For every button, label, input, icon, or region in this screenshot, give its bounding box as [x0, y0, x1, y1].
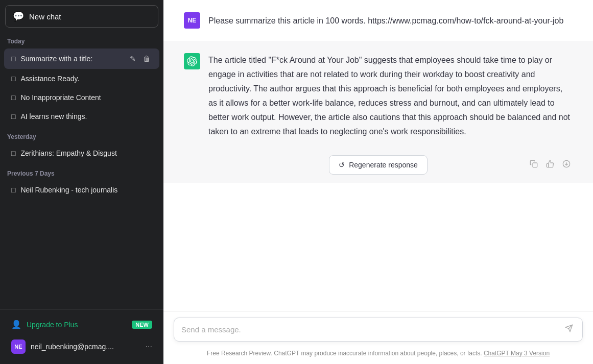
sidebar-item-label: AI learns new things.	[20, 112, 152, 120]
chat-bubble-icon-2: □	[11, 75, 15, 83]
sidebar-bottom: 👤 Upgrade to Plus NEW NE neil_rubenking@…	[0, 309, 163, 364]
new-badge: NEW	[132, 321, 152, 329]
sidebar-item-neil[interactable]: □ Neil Rubenking - tech journalis	[4, 181, 159, 199]
footer-text: Free Research Preview. ChatGPT may produ…	[207, 350, 482, 357]
ai-message: The article titled "F*ck Around at Your …	[163, 41, 593, 151]
sidebar-section-today: Today □ Summarize with a title: ✎ 🗑 □ As…	[0, 31, 163, 126]
sidebar-item-label: Neil Rubenking - tech journalis	[20, 186, 152, 194]
regenerate-label: Regenerate response	[349, 161, 418, 169]
sidebar-item-label: Assistance Ready.	[20, 75, 152, 83]
sidebar-item-label: Summarize with a title:	[20, 55, 123, 63]
user-message: NE Please summarize this article in 100 …	[163, 0, 593, 41]
chat-bubble-icon: □	[11, 55, 15, 63]
sidebar-item-assistance[interactable]: □ Assistance Ready.	[4, 69, 159, 88]
message-actions	[528, 158, 573, 172]
today-label: Today	[0, 31, 163, 48]
delete-chat-button[interactable]: 🗑	[141, 54, 152, 64]
send-button[interactable]	[563, 323, 575, 336]
item-actions: ✎ 🗑	[128, 54, 152, 64]
sidebar-item-ai-learns[interactable]: □ AI learns new things.	[4, 107, 159, 126]
regenerate-button[interactable]: ↺ Regenerate response	[329, 155, 428, 175]
new-chat-label: New chat	[29, 12, 61, 21]
chat-messages: NE Please summarize this article in 100 …	[163, 0, 593, 311]
avatar: NE	[11, 339, 26, 354]
sidebar-item-label: Zerithians: Empathy & Disgust	[20, 149, 152, 157]
input-box	[174, 318, 583, 342]
ai-message-content: The article titled "F*ck Around at Your …	[208, 53, 573, 139]
new-chat-button[interactable]: 💬 New chat	[5, 5, 158, 28]
svg-rect-0	[533, 163, 537, 167]
footer: Free Research Preview. ChatGPT may produ…	[163, 345, 593, 364]
thumbsup-button[interactable]	[544, 158, 556, 172]
plus-icon: 💬	[13, 11, 24, 22]
user-row[interactable]: NE neil_rubenking@pcmag.... ···	[4, 334, 159, 359]
person-icon: 👤	[11, 320, 21, 329]
main-content: NE Please summarize this article in 100 …	[163, 0, 593, 364]
chat-bubble-icon-3: □	[11, 93, 15, 102]
footer-link[interactable]: ChatGPT May 3 Version	[484, 350, 550, 357]
sidebar-item-no-inappropriate[interactable]: □ No Inappropriate Content	[4, 88, 159, 107]
message-input[interactable]	[181, 325, 558, 334]
user-email: neil_rubenking@pcmag....	[31, 343, 140, 351]
sidebar-section-yesterday: Yesterday □ Zerithians: Empathy & Disgus…	[0, 126, 163, 163]
sidebar-item-summarize[interactable]: □ Summarize with a title: ✎ 🗑	[4, 48, 159, 69]
chat-bubble-icon-4: □	[11, 112, 15, 120]
yesterday-label: Yesterday	[0, 126, 163, 143]
input-area	[163, 311, 593, 345]
previous7-label: Previous 7 Days	[0, 163, 163, 180]
regen-icon: ↺	[339, 161, 345, 169]
sidebar-item-label: No Inappropriate Content	[20, 93, 152, 102]
sidebar-section-previous7: Previous 7 Days □ Neil Rubenking - tech …	[0, 163, 163, 200]
regen-bar: ↺ Regenerate response	[163, 151, 593, 183]
sidebar: 💬 New chat Today □ Summarize with a titl…	[0, 0, 163, 364]
upgrade-label: Upgrade to Plus	[27, 321, 78, 329]
ai-avatar	[184, 53, 200, 69]
edit-chat-button[interactable]: ✎	[128, 54, 138, 64]
chat-bubble-icon-6: □	[11, 186, 15, 194]
user-menu-dots[interactable]: ···	[146, 342, 152, 351]
chat-bubble-icon-5: □	[11, 149, 15, 157]
sidebar-item-zerithians[interactable]: □ Zerithians: Empathy & Disgust	[4, 144, 159, 162]
upgrade-button[interactable]: 👤 Upgrade to Plus NEW	[4, 314, 159, 334]
copy-button[interactable]	[528, 158, 540, 172]
download-button[interactable]	[560, 158, 573, 172]
user-message-content: Please summarize this article in 100 wor…	[208, 12, 573, 28]
avatar: NE	[184, 12, 200, 29]
